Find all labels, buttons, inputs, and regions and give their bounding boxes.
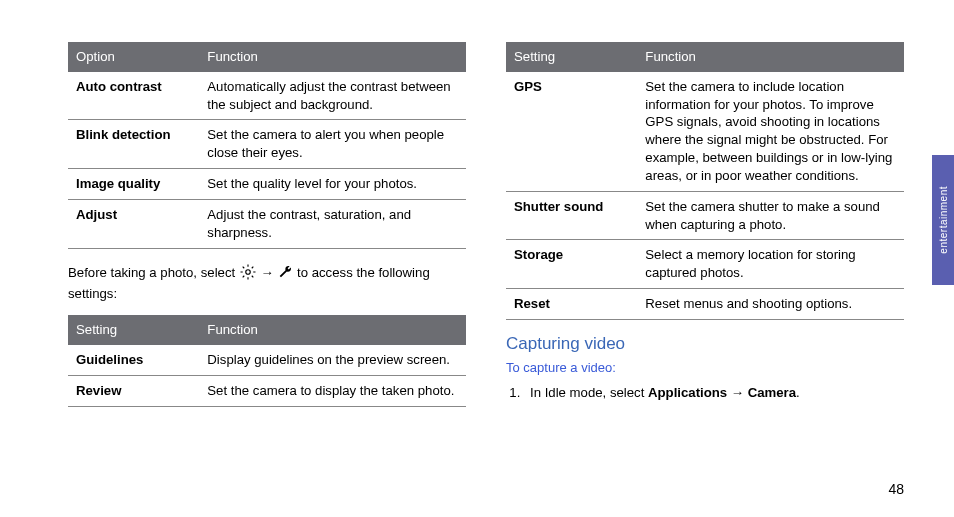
setting-function: Set the camera to include location infor… [637,72,904,191]
left-column: Option Function Auto contrast Automatica… [68,42,466,462]
section-tab: entertainment [932,155,954,285]
col-header-function: Function [199,42,466,72]
table-row: Reset Reset menus and shooting options. [506,288,904,319]
table-header-row: Option Function [68,42,466,72]
page-number: 48 [888,481,904,497]
setting-function: Select a memory location for storing cap… [637,240,904,289]
table-row: Adjust Adjust the contrast, saturation, … [68,199,466,248]
para-text-pre: Before taking a photo, select [68,265,239,280]
svg-point-0 [246,269,251,274]
setting-name: Reset [506,288,637,319]
col-header-function: Function [637,42,904,72]
option-function: Automatically adjust the contrast betwee… [199,72,466,120]
section-subheading: To capture a video: [506,360,904,375]
table-row: Blink detection Set the camera to alert … [68,120,466,169]
setting-name: Storage [506,240,637,289]
step-arrow: → [727,385,748,400]
setting-name: GPS [506,72,637,191]
step-dot: . [796,385,800,400]
col-header-function: Function [199,315,466,345]
col-header-setting: Setting [506,42,637,72]
settings-gear-icon [239,263,257,286]
setting-name: Review [68,375,199,406]
option-name: Blink detection [68,120,199,169]
right-column: Setting Function GPS Set the camera to i… [506,42,904,462]
setting-function: Reset menus and shooting options. [637,288,904,319]
step-bold-camera: Camera [748,385,796,400]
setting-function: Set the camera to display the taken phot… [199,375,466,406]
option-function: Set the quality level for your photos. [199,169,466,200]
option-name: Image quality [68,169,199,200]
table-row: GPS Set the camera to include location i… [506,72,904,191]
table-header-row: Setting Function [506,42,904,72]
table-row: Review Set the camera to display the tak… [68,375,466,406]
options-table: Option Function Auto contrast Automatica… [68,42,466,249]
table-row: Guidelines Display guidelines on the pre… [68,345,466,375]
table-header-row: Setting Function [68,315,466,345]
option-name: Adjust [68,199,199,248]
section-tab-label: entertainment [938,186,949,254]
option-function: Set the camera to alert you when people … [199,120,466,169]
list-item: In Idle mode, select Applications → Came… [524,383,904,403]
settings-table-right: Setting Function GPS Set the camera to i… [506,42,904,320]
option-function: Adjust the contrast, saturation, and sha… [199,199,466,248]
setting-function: Set the camera shutter to make a sound w… [637,191,904,240]
table-row: Shutter sound Set the camera shutter to … [506,191,904,240]
setting-name: Shutter sound [506,191,637,240]
arrow-text: → [261,265,278,280]
manual-page: entertainment Option Function Auto contr… [0,0,954,517]
table-row: Auto contrast Automatically adjust the c… [68,72,466,120]
wrench-icon [277,263,293,286]
step-list: In Idle mode, select Applications → Came… [506,383,904,403]
table-row: Storage Select a memory location for sto… [506,240,904,289]
setting-function: Display guidelines on the preview screen… [199,345,466,375]
col-header-setting: Setting [68,315,199,345]
setting-name: Guidelines [68,345,199,375]
settings-intro-paragraph: Before taking a photo, select → to acces… [68,263,466,304]
table-row: Image quality Set the quality level for … [68,169,466,200]
option-name: Auto contrast [68,72,199,120]
step-text-pre: In Idle mode, select [530,385,648,400]
step-bold-applications: Applications [648,385,727,400]
section-heading: Capturing video [506,334,904,354]
col-header-option: Option [68,42,199,72]
two-column-layout: Option Function Auto contrast Automatica… [68,42,904,462]
settings-table-left: Setting Function Guidelines Display guid… [68,315,466,406]
